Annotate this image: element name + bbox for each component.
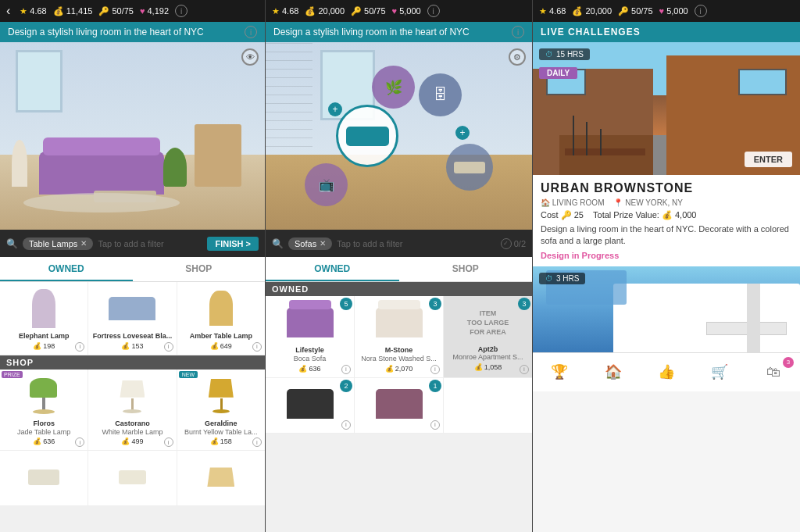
tab-shop-left[interactable]: SHOP	[133, 257, 266, 281]
item-info-btn[interactable]: i	[75, 437, 84, 447]
mid-keys-stat: 🔑 50/75	[351, 6, 386, 16]
item-info-btn[interactable]: i	[520, 365, 529, 374]
item-fortress-loveseat[interactable]: Fortress Loveseat Bla... 💰 153 i	[88, 282, 177, 355]
item-badge: 2	[340, 380, 352, 392]
item-info-btn[interactable]: i	[164, 437, 173, 447]
item-thumb	[287, 301, 334, 344]
item-mstone-nora[interactable]: 3 M-Stone Nora Stone Washed S... 💰 2,070…	[355, 296, 444, 377]
bubble-tv[interactable]: 📺	[305, 163, 348, 206]
bubble-table[interactable]	[446, 144, 493, 191]
prize-badge: PRIZE	[2, 371, 23, 378]
back-button[interactable]: ‹	[6, 4, 10, 18]
check-icon: ✓	[501, 238, 512, 249]
nav-home[interactable]: 🏠	[586, 353, 639, 391]
mid-items-container: OWNED 5 Lifestyle Boca Sofa 💰 636 i	[266, 282, 532, 532]
item-amber-table-lamp[interactable]: Amber Table Lamp 💰 649 i	[177, 282, 265, 355]
too-large-label: ITEMTOO LARGEFOR AREA	[467, 309, 509, 337]
left-filter-placeholder[interactable]: Tap to add a filter	[98, 239, 202, 248]
item-mauve-sofa[interactable]: 1 i	[355, 378, 444, 433]
item-thumb	[109, 455, 155, 498]
item-thumb	[376, 301, 423, 344]
challenge1-meta: 🏠 LIVING ROOM 📍 NEW YORK, NY	[541, 198, 792, 207]
right-diamonds-stat: ♥ 5,000	[659, 6, 688, 16]
item-info-btn[interactable]: i	[341, 420, 351, 430]
item-info-btn[interactable]: i	[430, 365, 440, 374]
item-floros[interactable]: PRIZE Floros Jade Table Lamp 💰 636 i	[0, 370, 88, 451]
mid-filter-placeholder[interactable]: Tap to add a filter	[337, 239, 496, 248]
live-challenges-header: LIVE CHALLENGES	[533, 22, 800, 42]
tab-owned-left[interactable]: OWNED	[0, 257, 133, 281]
enter-button[interactable]: ENTER	[745, 152, 792, 167]
challenge1-info: URBAN BROWNSTONE 🏠 LIVING ROOM 📍 NEW YOR…	[533, 175, 800, 266]
info-button-right[interactable]: i	[695, 5, 707, 17]
mid-tabs: OWNED SHOP	[266, 257, 532, 282]
add-item-badge-1[interactable]: +	[328, 102, 342, 116]
item-elephant-lamp[interactable]: Elephant Lamp 💰 198 i	[0, 282, 88, 355]
item-thumb	[20, 287, 67, 330]
bubble-sofa-selected[interactable]	[336, 105, 398, 167]
challenge2-time-badge: ⏱ 3 HRS	[539, 273, 585, 284]
info-button-mid[interactable]: i	[427, 5, 440, 17]
too-large-content: ITEMTOO LARGEFOR AREA	[463, 302, 512, 345]
item-shop-extra-2[interactable]	[88, 451, 177, 505]
tab-shop-mid[interactable]: SHOP	[399, 257, 533, 281]
right-diamonds-value: 5,000	[666, 6, 688, 16]
item-info-btn[interactable]: i	[252, 437, 262, 447]
info-button-left[interactable]: i	[175, 5, 188, 17]
bubble-cabinet[interactable]: 🗄	[419, 73, 462, 116]
mid-filter-remove[interactable]: ✕	[320, 239, 326, 248]
nav-cart[interactable]: 🛒	[693, 353, 746, 391]
mid-stats-bar: ★ 4.68 💰 20,000 🔑 50/75 ♥ 5,000 i	[266, 0, 532, 22]
item-thumb	[109, 374, 155, 417]
key-icon-left: 🔑	[98, 6, 109, 16]
tab-owned-mid[interactable]: OWNED	[266, 257, 399, 281]
item-thumb	[198, 287, 245, 330]
room-type-label: 🏠 LIVING ROOM	[541, 198, 604, 207]
cart-icon: 🛒	[711, 363, 728, 380]
item-info-btn[interactable]: i	[430, 420, 440, 430]
item-info-btn[interactable]: i	[164, 342, 173, 352]
coin-icon-mid: 💰	[305, 6, 316, 16]
right-stats-bar: ★ 4.68 💰 20,000 🔑 50/75 ♥ 5,000 i	[533, 0, 800, 22]
left-owned-row: Elephant Lamp 💰 198 i Fortress Loveseat …	[0, 282, 265, 355]
mid-filter-tag-text: Sofas	[295, 239, 316, 248]
item-info-btn[interactable]: i	[75, 342, 84, 352]
finish-button[interactable]: FINISH >	[207, 237, 259, 251]
item-shop-extra-3[interactable]	[177, 451, 265, 505]
mid-subtitle-info[interactable]: i	[512, 26, 524, 38]
left-filter-remove[interactable]: ✕	[80, 239, 87, 248]
mid-room-scene: 🌿 🗄 📺 + + ⚙	[266, 42, 532, 230]
star-icon-right: ★	[539, 6, 547, 16]
settings-icon-mid[interactable]: ⚙	[509, 48, 526, 66]
mid-keys-value: 50/75	[364, 6, 386, 16]
item-dark-sofa[interactable]: 2 i	[266, 378, 355, 433]
eye-icon[interactable]: 👁	[241, 48, 259, 66]
challenge2-image[interactable]: ⏱ 3 HRS	[533, 266, 800, 352]
prize-coins: 4,000	[675, 210, 697, 220]
left-subtitle-info[interactable]: i	[245, 26, 257, 38]
left-stats-bar: ‹ ★ 4.68 💰 11,415 🔑 50/75 ♥ 4,192 i	[0, 0, 265, 22]
left-diamonds-stat: ♥ 4,192	[140, 6, 169, 16]
item-thumb	[109, 287, 155, 330]
nav-thumbsup[interactable]: 👍	[640, 353, 693, 391]
coin-icon-left: 💰	[53, 6, 64, 16]
live-challenges-title: LIVE CHALLENGES	[541, 27, 641, 37]
mid-filter-tag[interactable]: Sofas ✕	[288, 237, 332, 250]
item-geraldine[interactable]: NEW Geraldine Burnt Yellow Table La... 💰…	[177, 370, 265, 451]
item-thumb	[198, 455, 245, 498]
bubble-plant[interactable]: 🌿	[372, 66, 415, 109]
item-lifestyle-boca[interactable]: 5 Lifestyle Boca Sofa 💰 636 i	[266, 296, 355, 377]
nav-trophy[interactable]: 🏆	[533, 353, 586, 391]
item-info-btn[interactable]: i	[341, 365, 351, 374]
nav-bag[interactable]: 3 🛍	[747, 353, 800, 391]
item-castorano[interactable]: Castorano White Marble Lamp 💰 499 i	[88, 370, 177, 451]
item-shop-extra-1[interactable]	[0, 451, 88, 505]
right-keys-stat: 🔑 50/75	[618, 6, 653, 16]
left-filter-tag[interactable]: Table Lamps ✕	[23, 237, 93, 250]
add-item-badge-2[interactable]: +	[455, 126, 470, 140]
item-info-btn[interactable]: i	[252, 342, 262, 352]
mid-rating-stat: ★ 4.68	[272, 6, 298, 16]
item-apt2b-too-large[interactable]: 3 ITEMTOO LARGEFOR AREA Apt2b Monroe Apa…	[444, 296, 532, 377]
challenge1-image[interactable]: ⏱ 15 HRS DAILY ENTER	[533, 42, 800, 175]
left-coins-stat: 💰 11,415	[53, 6, 93, 16]
